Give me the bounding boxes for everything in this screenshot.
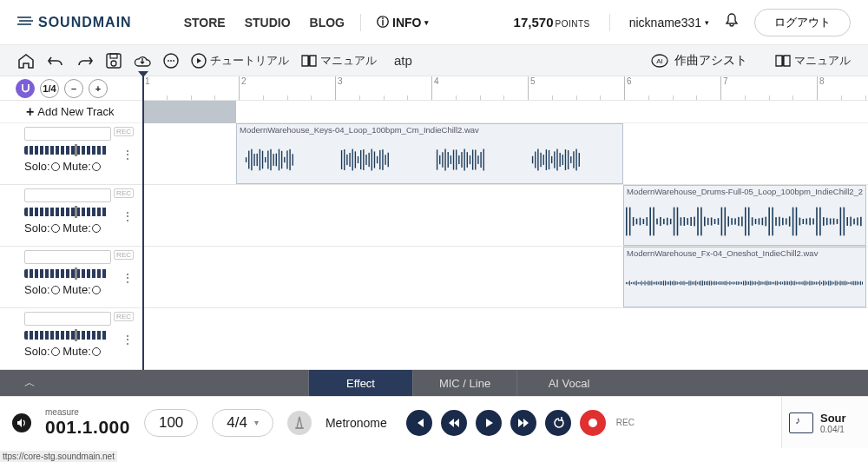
track-name-input[interactable]	[24, 312, 111, 326]
rec-arm-badge[interactable]: REC	[114, 188, 134, 198]
zoom-in-button[interactable]: +	[89, 79, 108, 98]
track-lane[interactable]: ModernWarehouse_Fx-04_Oneshot_IndieChill…	[142, 247, 868, 308]
home-icon[interactable]	[17, 53, 35, 69]
brand-logo[interactable]: SOUNDMAIN	[17, 15, 132, 30]
rewind-button[interactable]	[441, 410, 467, 436]
ai-assist-button[interactable]: AI 作曲アシスト	[650, 52, 747, 69]
time-signature-control[interactable]: 4/4 ▾	[212, 409, 273, 437]
logout-button[interactable]: ログアウト	[754, 9, 851, 36]
forward-button[interactable]	[510, 410, 536, 436]
solo-toggle[interactable]	[51, 224, 60, 233]
svg-rect-290	[855, 281, 856, 286]
svg-rect-281	[840, 280, 841, 285]
mute-label: Mute:	[62, 283, 91, 296]
master-volume-icon[interactable]	[12, 413, 31, 432]
mute-toggle[interactable]	[92, 224, 101, 233]
svg-rect-198	[699, 281, 700, 285]
tab-ai-vocal[interactable]: AI Vocal	[516, 370, 621, 396]
tempo-control[interactable]: 100	[144, 409, 198, 437]
svg-rect-209	[718, 282, 719, 285]
audio-clip[interactable]: ModernWarehouse_Fx-04_Oneshot_IndieChill…	[623, 247, 866, 307]
loop-button[interactable]	[545, 410, 571, 436]
play-button[interactable]	[476, 410, 502, 436]
record-button[interactable]	[580, 410, 606, 436]
manual-link[interactable]: マニュアル	[301, 53, 377, 69]
track-name-input[interactable]	[24, 127, 111, 141]
file-browser-panel[interactable]: Sour 0.04/1	[781, 397, 868, 448]
track-menu-icon[interactable]: ⋮	[122, 148, 134, 162]
notification-icon[interactable]	[725, 13, 739, 31]
panel-expand-icon[interactable]: ︿	[0, 370, 308, 396]
tutorial-link[interactable]: チュートリアル	[191, 53, 289, 69]
svg-rect-184	[675, 281, 676, 285]
save-icon[interactable]	[106, 53, 122, 69]
skip-start-button[interactable]	[406, 410, 432, 436]
info-dropdown[interactable]: ⓘ INFO ▾	[377, 15, 429, 30]
undo-icon[interactable]	[47, 54, 64, 68]
grid-size-button[interactable]: 1/4	[40, 79, 59, 98]
svg-rect-81	[570, 156, 571, 163]
nav-blog[interactable]: BLOG	[310, 16, 345, 30]
svg-rect-244	[777, 281, 778, 286]
volume-slider[interactable]	[24, 146, 108, 155]
manual-right-link[interactable]: マニュアル	[775, 53, 851, 69]
volume-slider[interactable]	[24, 208, 108, 216]
svg-rect-59	[464, 149, 464, 171]
audio-clip[interactable]: ModernWarehouse_Keys-04_Loop_100bpm_Cm_I…	[236, 123, 623, 184]
timeline-ruler[interactable]: 12345678	[142, 76, 868, 100]
svg-rect-252	[791, 280, 792, 286]
track-header[interactable]: REC⋮Solo: Mute:	[0, 308, 142, 370]
track-lane[interactable]: ModernWarehouse_Keys-04_Loop_100bpm_Cm_I…	[142, 123, 868, 185]
rec-arm-badge[interactable]: REC	[114, 250, 134, 260]
volume-slider[interactable]	[24, 269, 108, 278]
tab-mic-line[interactable]: MIC / Line	[412, 370, 516, 396]
svg-rect-174	[658, 282, 659, 285]
timeline-selection[interactable]	[142, 101, 236, 123]
mute-toggle[interactable]	[92, 162, 101, 171]
svg-rect-76	[556, 149, 557, 171]
audio-clip[interactable]: ModernWarehouse_Drums-Full-05_Loop_100bp…	[623, 185, 866, 246]
track-menu-icon[interactable]: ⋮	[122, 209, 134, 223]
svg-rect-210	[720, 281, 720, 285]
track-lane[interactable]	[142, 308, 868, 370]
playhead[interactable]	[142, 76, 144, 370]
solo-toggle[interactable]	[51, 347, 60, 356]
solo-toggle[interactable]	[51, 286, 60, 294]
svg-rect-192	[688, 280, 689, 286]
svg-rect-165	[643, 282, 644, 284]
add-track-button[interactable]: Add New Track	[0, 101, 142, 123]
rec-arm-badge[interactable]: REC	[114, 312, 134, 321]
mute-toggle[interactable]	[92, 347, 101, 356]
volume-slider[interactable]	[24, 331, 108, 340]
track-header[interactable]: REC⋮Solo: Mute:	[0, 185, 142, 247]
track-name-input[interactable]	[24, 250, 111, 264]
track-menu-icon[interactable]: ⋮	[122, 333, 134, 346]
track-header[interactable]: REC⋮Solo: Mute:	[0, 247, 142, 308]
nav-studio[interactable]: STUDIO	[245, 16, 291, 30]
solo-label: Solo:	[24, 160, 50, 173]
svg-rect-110	[711, 217, 713, 225]
info-label: INFO	[392, 16, 421, 30]
magnet-snap-button[interactable]	[16, 79, 35, 98]
chat-icon[interactable]	[163, 53, 179, 69]
rec-arm-badge[interactable]: REC	[114, 127, 134, 136]
svg-rect-62	[472, 149, 473, 169]
solo-toggle[interactable]	[51, 162, 60, 171]
redo-icon[interactable]	[76, 54, 94, 68]
svg-rect-166	[645, 280, 646, 285]
svg-rect-149	[844, 208, 845, 236]
track-menu-icon[interactable]: ⋮	[122, 271, 134, 285]
track-name-input[interactable]	[24, 188, 111, 202]
tab-effect[interactable]: Effect	[308, 370, 412, 396]
metronome-icon[interactable]	[287, 411, 312, 435]
mute-toggle[interactable]	[92, 286, 101, 294]
nav-store[interactable]: STORE	[184, 16, 226, 30]
svg-rect-152	[853, 219, 855, 225]
user-menu[interactable]: nickname331 ▾	[629, 16, 709, 30]
download-icon[interactable]	[134, 53, 151, 69]
zoom-out-button[interactable]: –	[64, 79, 83, 98]
svg-rect-280	[838, 282, 839, 285]
track-header[interactable]: REC⋮Solo: Mute:	[0, 123, 142, 185]
svg-rect-269	[819, 280, 820, 286]
track-lane[interactable]: ModernWarehouse_Drums-Full-05_Loop_100bp…	[142, 185, 868, 247]
